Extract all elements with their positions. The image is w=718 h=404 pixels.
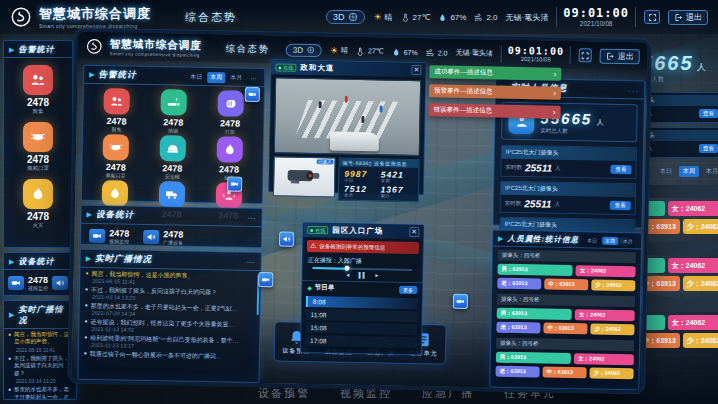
broadcast-item[interactable]: ●不过，我刚摇了摇头，反问这孩子白天的问题？ xyxy=(4,353,76,378)
alarm-tile[interactable]: 2478 佩戴口罩 xyxy=(4,122,72,172)
camera-marker-icon[interactable] xyxy=(453,294,468,309)
more-menu[interactable]: ⋯ xyxy=(247,73,259,82)
old-pill[interactable]: 老：63913 xyxy=(496,366,540,378)
middle-pill[interactable]: 中：63913 xyxy=(543,323,587,335)
alarm-count: 2478 xyxy=(27,97,49,108)
wind-value: 2.0 xyxy=(438,49,448,56)
more-button[interactable]: 更多 xyxy=(399,285,417,293)
total-label: 实时总人数 xyxy=(540,127,603,135)
female-pill[interactable]: 女：24062 xyxy=(576,265,636,277)
tab-month[interactable]: 本月 xyxy=(620,237,636,245)
close-icon[interactable]: ✕ xyxy=(409,227,419,237)
tab-month[interactable]: 本月 xyxy=(227,72,245,83)
young-pill[interactable]: 少：24062 xyxy=(589,367,633,379)
fullscreen-button[interactable] xyxy=(579,48,592,62)
female-pill[interactable]: 女：24062 xyxy=(575,309,635,321)
panel-title: 人员属性:统计信息 xyxy=(507,234,579,245)
bg-alarm-panel: ▶ 告警统计 2478 聚集 2478 佩戴口罩 2478 火灾 xyxy=(3,40,73,248)
warning-toast[interactable]: 预警事件—描述信息 › xyxy=(429,84,561,100)
schedule-time: 8:08 xyxy=(313,298,326,305)
broadcast-item[interactable]: ●闻言，我当即惊愕，这是小黑的声音。 xyxy=(4,329,76,347)
female-pill[interactable]: 女：24062 xyxy=(668,258,718,273)
tab-week[interactable]: 本周 xyxy=(679,166,699,177)
young-pill[interactable]: 少：24062 xyxy=(683,219,718,234)
young-pill[interactable]: 少：24062 xyxy=(591,279,635,291)
schedule-row[interactable]: 11:08 xyxy=(306,309,418,322)
camera-thumbnail[interactable]: 已接入 xyxy=(273,156,336,197)
alarm-tile[interactable]: 2478 佩戴口罩 xyxy=(88,134,143,179)
young-pill[interactable]: 少：24062 xyxy=(590,323,634,335)
thermometer-icon xyxy=(356,46,365,55)
close-icon[interactable]: ✕ xyxy=(411,65,421,75)
success-toast[interactable]: 成功事件—描述信息 › xyxy=(429,65,561,81)
stat-cell: 9987 今日 xyxy=(344,169,377,184)
old-pill[interactable]: 老：63913 xyxy=(496,322,540,334)
camera-marker-icon[interactable] xyxy=(245,87,260,102)
camera-marker-icon[interactable] xyxy=(258,272,273,287)
speaker-marker-icon[interactable] xyxy=(279,231,294,246)
young-pill[interactable]: 少：24062 xyxy=(683,333,718,348)
alarm-tile[interactable]: 2478 聚集 xyxy=(4,65,72,115)
pause-icon[interactable]: ▌▌ xyxy=(358,272,366,278)
fullscreen-icon xyxy=(648,13,657,22)
more-menu[interactable]: ··· xyxy=(628,86,639,95)
view-button[interactable]: 查看 xyxy=(699,109,718,118)
camera-marker-icon[interactable] xyxy=(227,176,242,191)
schedule-row[interactable]: 8:08 xyxy=(306,296,418,309)
male-pill[interactable]: 男：63913 xyxy=(497,264,572,276)
alarm-tile[interactable]: 2478 火灾 xyxy=(4,179,72,229)
tab-week[interactable]: 本周 xyxy=(602,237,618,245)
progress-knob[interactable] xyxy=(345,266,350,271)
female-pill[interactable]: 女：24062 xyxy=(574,353,634,365)
alarm-tile[interactable]: 2478 烟火 xyxy=(202,136,258,181)
broadcast-item[interactable]: ●那里的水也差不多，老子只要站起头一会，正要2气缸… xyxy=(4,384,76,400)
exit-icon xyxy=(674,13,683,22)
alarm-label: 安全帽 xyxy=(165,173,180,179)
alarm-count: 2478 xyxy=(162,163,182,173)
fullscreen-button[interactable] xyxy=(644,10,660,24)
device-stat[interactable]: 2478 视频监控 xyxy=(89,228,129,245)
view-button[interactable]: 查看 xyxy=(610,201,631,210)
fire-icon xyxy=(102,180,128,206)
schedule-row[interactable]: 17:08 xyxy=(305,335,417,348)
alarm-tile[interactable]: 2478 安全帽 xyxy=(145,135,201,180)
old-pill[interactable]: 老：63913 xyxy=(497,278,541,290)
view-button[interactable]: 查看 xyxy=(699,144,718,153)
female-pill[interactable]: 女：24062 xyxy=(668,315,718,330)
middle-pill[interactable]: 中：63913 xyxy=(544,279,588,291)
middle-pill[interactable]: 中：63913 xyxy=(542,367,586,379)
more-menu[interactable]: ⋯ xyxy=(247,213,256,222)
live-video-feed[interactable] xyxy=(274,77,421,156)
error-toast[interactable]: 错误事件—描述信息 › xyxy=(428,103,560,119)
tab-day[interactable]: 本日 xyxy=(187,71,205,82)
mode-3d-toggle[interactable]: 3D xyxy=(326,10,366,24)
exit-button[interactable]: 退出 xyxy=(600,48,640,64)
tab-month[interactable]: 本月 xyxy=(702,166,718,177)
attr-group: 摄像头：四号桥 男：63913 女：24062 老：63913 中：63913 … xyxy=(497,250,636,292)
female-pill[interactable]: 女：24062 xyxy=(668,201,718,216)
tab-overview[interactable]: 综合态势 xyxy=(226,42,270,56)
device-stat[interactable]: 2478 视频监控 xyxy=(4,270,72,296)
male-pill[interactable]: 男：63913 xyxy=(497,308,572,320)
alert-text: 设备检测到异常的预警信息 xyxy=(319,243,385,251)
next-icon[interactable]: ► xyxy=(374,272,380,278)
broadcast-item[interactable]: ●我通过镜子向一颗心脏展示一条不可进的广播词… xyxy=(79,348,259,362)
tab-week[interactable]: 本周 xyxy=(207,72,225,83)
smoking-icon xyxy=(160,89,186,115)
device-stat[interactable]: 2478 广播设备 xyxy=(143,229,183,246)
prev-icon[interactable]: ◄ xyxy=(345,272,351,278)
tab-day[interactable]: 本日 xyxy=(656,166,676,177)
tab-day[interactable]: 本日 xyxy=(584,236,600,244)
mode-3d-toggle[interactable]: 3D xyxy=(286,43,322,57)
view-button[interactable]: 查看 xyxy=(610,165,631,174)
nav-device-alert[interactable]: 设备预警 xyxy=(258,386,310,401)
young-pill[interactable]: 少：24062 xyxy=(683,276,718,291)
exit-button[interactable]: 退出 xyxy=(668,10,708,25)
male-pill[interactable]: 男：63913 xyxy=(496,352,571,364)
more-menu[interactable]: ⋯ xyxy=(247,257,256,266)
alarm-tile[interactable]: 2478 抽烟 xyxy=(146,89,202,134)
dispatch-window[interactable]: 智慧城市综合调度 Smart city comprehensive dispat… xyxy=(68,29,651,394)
tab-overview[interactable]: 综合态势 xyxy=(185,10,237,25)
schedule-row[interactable]: 15:08 xyxy=(305,322,417,335)
alarm-tile[interactable]: 2478 聚集 xyxy=(89,88,144,133)
